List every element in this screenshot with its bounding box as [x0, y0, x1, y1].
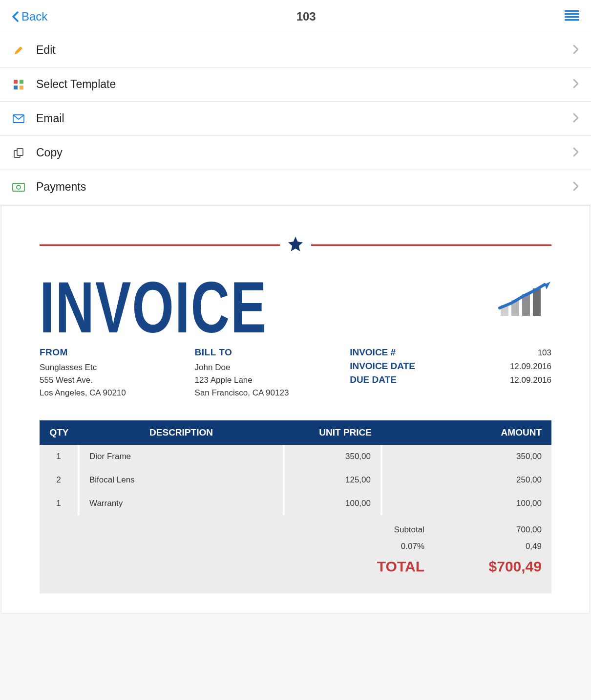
item-qty: 1: [40, 492, 79, 515]
subtotal-label: Subtotal: [337, 525, 444, 535]
svg-rect-6: [14, 86, 18, 89]
copy-row[interactable]: Copy: [0, 136, 591, 170]
select-template-row[interactable]: Select Template: [0, 67, 591, 102]
billto-name: John Doe: [195, 363, 350, 372]
divider-line: [311, 244, 551, 246]
copy-icon: [12, 148, 25, 158]
select-template-label: Select Template: [36, 78, 572, 91]
star-icon: [287, 235, 304, 255]
payments-label: Payments: [36, 180, 572, 194]
col-amount: AMOUNT: [381, 420, 551, 445]
item-desc: Warranty: [79, 492, 284, 515]
svg-rect-2: [565, 16, 579, 18]
header-divider: [40, 235, 551, 255]
page-title: 103: [296, 10, 316, 23]
billto-city: San Francisco, CA 90123: [195, 388, 350, 398]
item-desc: Bifocal Lens: [79, 468, 284, 492]
grid-icon: [12, 80, 25, 89]
envelope-icon: [12, 114, 25, 123]
edit-label: Edit: [36, 44, 572, 57]
subtotal-value: 700,00: [444, 525, 542, 535]
table-row: 2 Bifocal Lens 125,00 250,00: [40, 468, 551, 492]
total-label: TOTAL: [337, 558, 444, 575]
item-qty: 2: [40, 468, 79, 492]
totals-block: Subtotal 700,00 0.07% 0,49 TOTAL $700,49: [40, 515, 551, 593]
from-name: Sunglasses Etc: [40, 363, 195, 372]
meta-block: INVOICE # 103 INVOICE DATE 12.09.2016 DU…: [350, 347, 551, 401]
payments-row[interactable]: Payments: [0, 170, 591, 204]
menu-button[interactable]: [565, 10, 579, 23]
invoice-date-label: INVOICE DATE: [350, 361, 415, 372]
col-desc: DESCRIPTION: [79, 420, 284, 445]
invoice-number-label: INVOICE #: [350, 347, 396, 358]
item-amount: 100,00: [381, 492, 551, 515]
back-button[interactable]: Back: [12, 10, 47, 23]
chevron-left-icon: [12, 11, 19, 22]
cash-icon: [12, 183, 25, 192]
col-price: UNIT PRICE: [284, 420, 381, 445]
svg-rect-4: [14, 80, 18, 84]
from-city: Los Angeles, CA 90210: [40, 388, 195, 398]
email-label: Email: [36, 112, 572, 125]
item-price: 350,00: [284, 445, 381, 468]
table-row: 1 Warranty 100,00 100,00: [40, 492, 551, 515]
invoice-heading: INVOICE: [40, 274, 267, 340]
back-label: Back: [21, 10, 47, 23]
billto-heading: BILL TO: [195, 347, 350, 358]
billto-block: BILL TO John Doe 123 Apple Lane San Fran…: [195, 347, 350, 401]
tax-value: 0,49: [444, 542, 542, 551]
chevron-right-icon: [572, 44, 579, 57]
invoice-number: 103: [538, 348, 551, 358]
invoice-info: FROM Sunglasses Etc 555 West Ave. Los An…: [40, 347, 551, 401]
from-heading: FROM: [40, 347, 195, 358]
svg-rect-3: [565, 19, 579, 21]
svg-rect-10: [17, 149, 23, 155]
svg-rect-1: [565, 13, 579, 15]
invoice-date: 12.09.2016: [510, 362, 551, 372]
chevron-right-icon: [572, 147, 579, 159]
chevron-right-icon: [572, 112, 579, 125]
due-date: 12.09.2016: [510, 375, 551, 385]
due-date-label: DUE DATE: [350, 374, 397, 385]
from-block: FROM Sunglasses Etc 555 West Ave. Los An…: [40, 347, 195, 401]
item-amount: 350,00: [381, 445, 551, 468]
pencil-icon: [12, 45, 25, 56]
divider-line: [40, 244, 280, 246]
chevron-right-icon: [572, 181, 579, 194]
from-street: 555 West Ave.: [40, 375, 195, 385]
svg-rect-11: [13, 183, 24, 191]
edit-row[interactable]: Edit: [0, 33, 591, 67]
item-price: 100,00: [284, 492, 381, 515]
action-list: Edit Select Template Email: [0, 33, 591, 204]
col-qty: QTY: [40, 420, 79, 445]
item-desc: Dior Frame: [79, 445, 284, 468]
menu-icon: [565, 14, 579, 22]
copy-label: Copy: [36, 146, 572, 159]
email-row[interactable]: Email: [0, 102, 591, 136]
line-items-table: QTY DESCRIPTION UNIT PRICE AMOUNT 1 Dior…: [40, 420, 551, 515]
item-amount: 250,00: [381, 468, 551, 492]
table-row: 1 Dior Frame 350,00 350,00: [40, 445, 551, 468]
svg-point-12: [17, 185, 21, 189]
invoice-preview: INVOICE FROM Sunglasses Etc 555 West Ave…: [1, 205, 590, 613]
svg-rect-16: [533, 288, 541, 316]
billto-street: 123 Apple Lane: [195, 375, 350, 385]
total-value: $700,49: [444, 558, 542, 575]
svg-rect-7: [20, 86, 23, 89]
svg-rect-0: [565, 10, 579, 12]
tax-label: 0.07%: [337, 542, 444, 551]
item-qty: 1: [40, 445, 79, 468]
navbar: Back 103: [0, 0, 591, 33]
chevron-right-icon: [572, 78, 579, 91]
item-price: 125,00: [284, 468, 381, 492]
svg-rect-5: [20, 80, 23, 84]
growth-chart-icon: [498, 282, 551, 323]
